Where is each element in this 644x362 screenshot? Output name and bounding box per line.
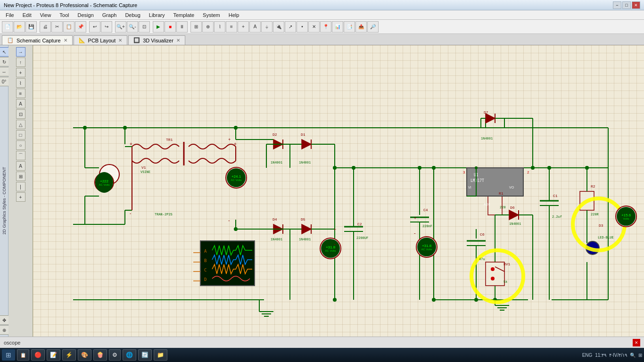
c6-value-label: 47u (479, 257, 485, 261)
tb-new[interactable]: 📄 (2, 21, 13, 33)
tb-zoom-fit[interactable]: ⊡ (139, 21, 150, 33)
symbol-tool[interactable]: ⊞ (16, 172, 25, 181)
tb-snap[interactable]: ⊕ (202, 21, 214, 33)
text-tool[interactable]: A (16, 161, 25, 171)
menu-system[interactable]: System (199, 12, 224, 18)
net-tool[interactable]: ⌇ (16, 78, 25, 88)
menu-tool[interactable]: Tool (56, 12, 73, 18)
v1-unit: AC Volts (99, 183, 109, 186)
rotate-tool[interactable]: ↻ (0, 57, 9, 66)
tb-wire[interactable]: ⌇ (214, 21, 225, 33)
tb-print[interactable]: 🖨 (40, 21, 51, 33)
menu-graph[interactable]: Graph (99, 12, 121, 18)
menu-debug[interactable]: Debug (121, 12, 144, 18)
probe-tool[interactable]: ⊡ (16, 109, 25, 119)
tb-stop[interactable]: ■ (165, 21, 176, 33)
taskbar-app-6[interactable]: 🍿 (93, 349, 107, 361)
tb-netlist[interactable]: 📊 (332, 21, 343, 33)
component-tool[interactable]: → (16, 47, 25, 57)
tab-3d[interactable]: 🔲 3D Visualizer ✕ (128, 35, 185, 45)
menu-file[interactable]: File (2, 12, 18, 18)
tb-bus[interactable]: ≡ (226, 21, 237, 33)
tb-run[interactable]: ▶ (153, 21, 164, 33)
taskbar-app-9[interactable]: 🔄 (138, 349, 152, 361)
tb-zoom-out[interactable]: 🔍- (127, 21, 138, 33)
taskbar-app-1[interactable]: 📋 (17, 349, 29, 361)
taskbar-app-5[interactable]: 🎨 (78, 349, 91, 361)
tb-redo[interactable]: ↪ (101, 21, 112, 33)
tb-zoom-in[interactable]: 🔍+ (115, 21, 126, 33)
status-close-button[interactable]: ✕ (633, 339, 640, 346)
circle-tool[interactable]: ○ (16, 140, 25, 150)
tb-pin[interactable]: 📍 (320, 21, 331, 33)
taskbar-windows-icon[interactable]: ⊞ (638, 353, 642, 358)
svg-point-45 (234, 126, 238, 130)
svg-marker-94 (302, 224, 311, 234)
tb-place[interactable]: + (238, 21, 249, 33)
menu-template[interactable]: Template (169, 12, 198, 18)
tb-save[interactable]: 💾 (25, 21, 37, 33)
tab-schematic[interactable]: 📋 Schematic Capture ✕ (2, 35, 73, 45)
taskbar-app-8[interactable]: 🌐 (123, 349, 136, 361)
tr-plus1: + (228, 137, 231, 142)
taskbar-app-4[interactable]: ⚡ (62, 349, 76, 361)
tb-bom[interactable]: 📑 (344, 21, 355, 33)
tb-search[interactable]: 🔎 (367, 21, 379, 33)
menu-help[interactable]: Help (225, 12, 243, 18)
menu-library[interactable]: Library (145, 12, 169, 18)
tb-copy[interactable]: 📋 (63, 21, 74, 33)
rect-tool[interactable]: □ (16, 130, 25, 140)
menu-design[interactable]: Design (74, 12, 98, 18)
tab-schematic-close[interactable]: ✕ (64, 38, 67, 43)
bus-tool[interactable]: + (16, 68, 25, 77)
taskbar-search-icon[interactable]: 🔍 (630, 353, 636, 358)
tab-3d-close[interactable]: ✕ (176, 38, 180, 43)
meter1-unit: AC Volts (231, 179, 241, 181)
taskbar-app-7[interactable]: ⚙ (109, 349, 121, 361)
tab-pcb[interactable]: 📐 PCB Layout ✕ (74, 35, 128, 45)
schematic-canvas[interactable]: + + - (33, 45, 644, 337)
svg-point-54 (547, 166, 551, 170)
d3-value-label: LED-BLUE (598, 236, 614, 239)
c4-ref-label: C4 (423, 208, 428, 212)
mirror-tool[interactable]: ↔ (0, 67, 9, 76)
taskbar-app-10[interactable]: 📁 (154, 349, 167, 361)
tb-grid[interactable]: ⊞ (190, 21, 202, 33)
arc-tool[interactable]: ⌒ (16, 151, 25, 160)
close-button[interactable]: ✕ (632, 1, 640, 9)
tb-undo[interactable]: ↩ (89, 21, 100, 33)
move-tool[interactable]: ✥ (0, 315, 9, 325)
minimize-button[interactable]: − (613, 1, 621, 9)
tab-3d-label: 3D Visualizer (143, 38, 173, 43)
tb-junction[interactable]: • (297, 21, 308, 33)
tb-open[interactable]: 📂 (14, 21, 25, 33)
taskbar-app-3[interactable]: 📝 (47, 349, 60, 361)
label-tool[interactable]: ≡ (16, 89, 25, 98)
menu-edit[interactable]: Edit (19, 12, 35, 18)
tb-bus-entry[interactable]: ↗ (285, 21, 296, 33)
menu-view[interactable]: View (36, 12, 55, 18)
schematic-svg: + + - (33, 45, 644, 337)
tb-power[interactable]: ⏚ (261, 21, 272, 33)
add-tool[interactable]: + (16, 192, 25, 202)
tb-probe[interactable]: 🔌 (273, 21, 284, 33)
select-tool[interactable]: ↖ (0, 47, 9, 57)
tab-pcb-close[interactable]: ✕ (118, 38, 122, 43)
maximize-button[interactable]: □ (622, 1, 631, 9)
power-tool[interactable]: A (16, 99, 25, 108)
start-button[interactable]: ⊞ (2, 349, 15, 361)
tb-pause[interactable]: ⏸ (176, 21, 188, 33)
meter4-unit: Volts (623, 217, 629, 220)
pin-tool[interactable]: | (16, 182, 25, 191)
tb-cut[interactable]: ✂ (51, 21, 63, 33)
wire-tool[interactable]: ↑ (16, 58, 25, 67)
tb-export[interactable]: 📤 (355, 21, 367, 33)
poly-tool[interactable]: △ (16, 120, 25, 129)
tb-label[interactable]: A (249, 21, 261, 33)
tb-paste[interactable]: 📌 (75, 21, 86, 33)
zoom-tool[interactable]: ⊕ (0, 325, 9, 335)
angle-tool[interactable]: 0° (0, 77, 9, 86)
taskbar-app-2[interactable]: 🔴 (31, 349, 45, 361)
tb-noconn[interactable]: ✕ (308, 21, 320, 33)
d2-ref-label: D2 (272, 132, 277, 137)
